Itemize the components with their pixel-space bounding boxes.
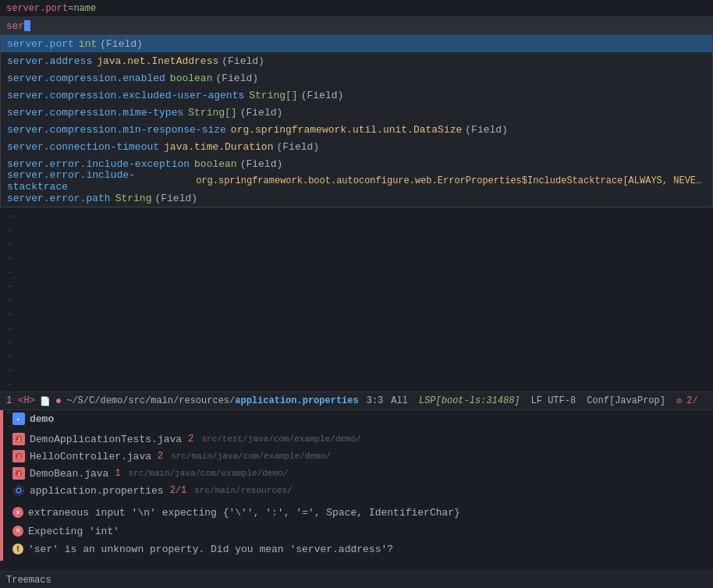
- top-hint-bar: server.port=name: [0, 0, 713, 17]
- file-path-1: src/main/java/com/example/demo/: [171, 452, 331, 461]
- error-messages: ✕ extraneous input '\n' expecting {'\'',…: [3, 502, 713, 561]
- tilde-4: ~: [6, 265, 707, 279]
- ac-name-9: server.error.path: [7, 193, 111, 204]
- hint-equals: =: [68, 3, 73, 14]
- tilde-10: ~: [6, 349, 707, 363]
- ac-type-8: org.springframework.boot.autoconfigure.w…: [196, 175, 706, 186]
- ac-name-0: server.port: [7, 38, 74, 50]
- file-name-2: DemoBean.java: [30, 468, 108, 480]
- java-icon-1: J: [12, 450, 25, 462]
- error-icon-0: ✕: [12, 507, 23, 518]
- tilde-12: ~: [6, 377, 707, 391]
- autocomplete-item-6[interactable]: server.connection-timeout java.time.Dura…: [1, 138, 712, 155]
- ac-type-9: String: [115, 193, 152, 204]
- file-path-0: src/test/java/com/example/demo/: [201, 434, 361, 444]
- ac-type-6: java.time.Duration: [164, 141, 273, 153]
- error-text-0: extraneous input '\n' expecting {'\'', '…: [28, 505, 460, 521]
- autocomplete-item-3[interactable]: server.compression.excluded-user-agents …: [1, 87, 712, 104]
- svg-point-7: [14, 486, 23, 495]
- file-item-2[interactable]: J DemoBean.java 1 src/main/java/com/exam…: [3, 465, 713, 482]
- file-path-3: src/main/resources/: [194, 486, 292, 495]
- file-num-2: 1: [115, 468, 120, 479]
- ac-name-5: server.compression.min-response-size: [7, 124, 226, 136]
- ac-meta-7: (Field): [240, 158, 283, 170]
- ac-name-4: server.compression.mime-types: [7, 107, 183, 119]
- ac-type-2: boolean: [170, 73, 213, 84]
- autocomplete-item-8[interactable]: server.error.include-stacktrace org.spri…: [1, 172, 712, 190]
- tilde-7: ~: [6, 307, 707, 321]
- ac-meta-3: (Field): [301, 90, 344, 101]
- ac-meta-9: (Field): [154, 193, 197, 204]
- error-msg-1: ✕ Expecting 'int': [12, 522, 704, 541]
- ac-meta-2: (Field): [215, 73, 258, 84]
- tilde-6: ~: [6, 293, 707, 307]
- warning-icon-0: !: [12, 544, 23, 554]
- ac-type-0: int: [79, 38, 97, 50]
- error-msg-2: ! 'ser' is an unknown property. Did you …: [12, 540, 704, 559]
- error-text-1: Expecting 'int': [28, 524, 119, 540]
- ac-name-6: server.connection-timeout: [7, 141, 159, 153]
- tilde-9: ~: [6, 335, 707, 349]
- file-num-1: 2: [158, 451, 163, 462]
- ac-type-5: org.springframework.util.unit.DataSize: [231, 124, 462, 136]
- hint-keyword: server.port: [6, 3, 68, 14]
- hint-value: name: [73, 3, 96, 14]
- file-num-3: 2/1: [170, 485, 187, 496]
- autocomplete-dropdown[interactable]: server.port int (Field) server.address j…: [0, 34, 713, 207]
- error-text-2: 'ser' is an unknown property. Did you me…: [28, 542, 393, 558]
- file-item-1[interactable]: J HelloController.java 2 src/main/java/c…: [3, 448, 713, 465]
- ac-type-4: String[]: [188, 107, 236, 119]
- gear-icon: [12, 484, 25, 497]
- autocomplete-item-9[interactable]: server.error.path String (Field): [1, 190, 712, 207]
- tilde-0: ~: [6, 209, 707, 223]
- ac-type-7: boolean: [194, 158, 237, 170]
- file-list: J DemoApplicationTests.java 2 src/test/j…: [3, 427, 713, 502]
- tilde-14: ~: [6, 406, 707, 420]
- input-text: ser: [6, 20, 24, 32]
- error-icon-1: ✕: [12, 526, 23, 537]
- java-icon-2: J: [12, 467, 25, 480]
- ac-type-1: java.net.InetAddress: [97, 55, 218, 67]
- ac-meta-1: (Field): [222, 55, 264, 67]
- cursor: [24, 20, 30, 31]
- ac-name-1: server.address: [7, 55, 92, 67]
- svg-text:J: J: [17, 454, 20, 460]
- tilde-13: ~: [6, 391, 707, 406]
- tilde-3: ~: [6, 251, 707, 265]
- tilde-lines: ~ ~ ~ ~ ~ ~ ~ ~ ~ ~ ~ ~ ~ ~ ~ ~: [0, 207, 713, 435]
- ac-meta-4: (Field): [240, 107, 283, 119]
- treemacs-label: Treemacs: [6, 575, 51, 586]
- editor-input-line[interactable]: ser: [0, 17, 713, 34]
- ac-meta-5: (Field): [465, 124, 508, 136]
- tilde-15: ~: [6, 420, 707, 434]
- ac-meta-0: (Field): [100, 38, 143, 50]
- autocomplete-item-1[interactable]: server.address java.net.InetAddress (Fie…: [1, 52, 712, 69]
- file-name-1: HelloController.java: [30, 451, 151, 462]
- file-num-0: 2: [188, 434, 193, 445]
- tilde-8: ~: [6, 321, 707, 335]
- ac-meta-6: (Field): [276, 141, 319, 153]
- autocomplete-item-4[interactable]: server.compression.mime-types String[] (…: [1, 104, 712, 121]
- ac-name-7: server.error.include-exception: [7, 158, 190, 170]
- tilde-2: ~: [6, 237, 707, 251]
- svg-text:J: J: [17, 471, 20, 477]
- autocomplete-item-0[interactable]: server.port int (Field): [1, 35, 712, 52]
- svg-text:J: J: [17, 437, 20, 443]
- ac-name-8: server.error.include-stacktrace: [7, 169, 191, 193]
- file-item-3[interactable]: application.properties 2/1 src/main/reso…: [3, 482, 713, 499]
- ac-type-3: String[]: [249, 90, 297, 101]
- file-name-3: application.properties: [30, 485, 164, 497]
- tilde-5: ~: [6, 279, 707, 293]
- autocomplete-item-2[interactable]: server.compression.enabled boolean (Fiel…: [1, 69, 712, 87]
- editor-area: ser server.port int (Field) server.addre…: [0, 17, 713, 391]
- treemacs-bar: Treemacs: [0, 571, 713, 588]
- ac-name-3: server.compression.excluded-user-agents: [7, 90, 244, 101]
- file-path-2: src/main/java/com/example/demo/: [129, 469, 289, 478]
- tilde-1: ~: [6, 223, 707, 237]
- svg-point-6: [16, 488, 21, 493]
- autocomplete-item-5[interactable]: server.compression.min-response-size org…: [1, 121, 712, 138]
- error-msg-0: ✕ extraneous input '\n' expecting {'\'',…: [12, 504, 704, 522]
- tilde-11: ~: [6, 363, 707, 377]
- ac-name-2: server.compression.enabled: [7, 73, 165, 84]
